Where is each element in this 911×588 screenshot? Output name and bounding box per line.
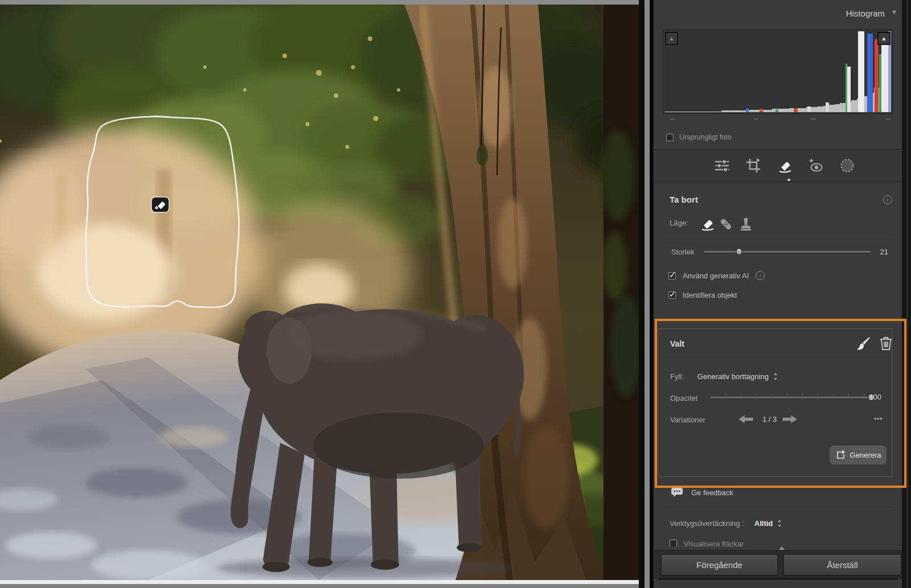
remove-panel-title: Ta bort bbox=[670, 195, 698, 204]
divider bbox=[662, 240, 892, 240]
histogram-tick bbox=[811, 118, 816, 120]
prev-variation-button[interactable] bbox=[738, 414, 753, 424]
original-photo-checkbox[interactable] bbox=[666, 134, 674, 141]
identify-objects-row[interactable]: Identifiera objekt bbox=[668, 291, 737, 299]
develop-buttons-bar: Föregående Återställ bbox=[654, 550, 902, 579]
histogram-header[interactable]: Histogram bbox=[654, 6, 902, 20]
use-generative-ai-checkbox[interactable] bbox=[668, 272, 676, 279]
generate-sparkle-icon bbox=[835, 450, 846, 460]
remove-eraser-icon[interactable] bbox=[776, 158, 793, 174]
histogram-tick bbox=[670, 118, 675, 120]
reset-button[interactable]: Återställ bbox=[783, 554, 901, 575]
visualize-spots-row[interactable]: Visualisera fläckar bbox=[670, 540, 744, 546]
highlight-clipping-icon: ▲ bbox=[881, 36, 887, 42]
histogram-tick bbox=[885, 118, 891, 120]
mode-label: Läge: bbox=[670, 219, 688, 227]
masking-icon[interactable] bbox=[839, 158, 856, 174]
size-slider-track[interactable] bbox=[704, 251, 871, 253]
generate-button[interactable]: Generera bbox=[830, 446, 887, 464]
previous-button[interactable]: Föregående bbox=[661, 554, 778, 575]
opacity-slider-track[interactable] bbox=[710, 397, 871, 398]
previous-button-label: Föregående bbox=[696, 560, 742, 570]
identify-objects-label: Identifiera objekt bbox=[683, 291, 737, 299]
canvas-bottom-gray-strip bbox=[0, 584, 639, 588]
red-eye-icon[interactable] bbox=[807, 158, 824, 174]
original-photo-label: Ursprungligt foto bbox=[679, 133, 732, 141]
feedback-bubble-icon bbox=[671, 487, 683, 497]
tool-strip bbox=[654, 149, 902, 182]
canvas-bottom-white-strip bbox=[0, 580, 639, 584]
identify-objects-checkbox[interactable] bbox=[668, 291, 676, 299]
photo-canvas[interactable] bbox=[0, 5, 639, 580]
opacity-row: Opacitet bbox=[670, 394, 697, 402]
panel-gap bbox=[639, 0, 645, 588]
generative-ai-info-icon[interactable]: i bbox=[756, 271, 765, 280]
histogram-chart bbox=[664, 31, 891, 112]
elephant-photo bbox=[0, 5, 639, 580]
tool-overlay-dropdown-icon[interactable] bbox=[777, 520, 782, 527]
size-value: 21 bbox=[880, 248, 888, 256]
selected-edit-panel: Valt Fyll: Generativ borttagning Op bbox=[658, 328, 892, 477]
panel-collapse-arrow[interactable] bbox=[779, 546, 785, 550]
mode-eraser-icon[interactable] bbox=[700, 216, 716, 231]
histogram-collapse-icon[interactable]: ▼ bbox=[891, 9, 897, 15]
use-generative-ai-row[interactable]: Använd generativ AI i bbox=[668, 271, 765, 280]
visualize-spots-label: Visualisera fläckar bbox=[684, 540, 744, 546]
original-photo-row[interactable]: Ursprungligt foto bbox=[666, 133, 732, 141]
generate-label: Generera bbox=[850, 451, 881, 459]
fill-value[interactable]: Generativ borttagning bbox=[697, 372, 769, 381]
reset-button-label: Återställ bbox=[827, 560, 857, 570]
remove-info-icon[interactable]: i bbox=[883, 195, 892, 204]
variations-value: 1 / 3 bbox=[762, 415, 777, 423]
shadow-clipping-toggle[interactable]: ▲ bbox=[665, 32, 678, 45]
histogram-tick bbox=[753, 118, 758, 120]
fill-label: Fyll: bbox=[670, 372, 684, 381]
next-panel-edge bbox=[659, 578, 898, 585]
develop-right-panel: Histogram ▼ ▲ ▲ Ursprungligt foto bbox=[654, 0, 902, 588]
eraser-cursor-badge bbox=[151, 197, 169, 212]
active-tool-marker bbox=[787, 179, 790, 181]
window-right-edge bbox=[902, 0, 911, 588]
opacity-slider-ticks bbox=[710, 393, 871, 396]
opacity-label: Opacitet bbox=[670, 394, 697, 402]
lightroom-develop-window: Histogram ▼ ▲ ▲ Ursprungligt foto bbox=[0, 0, 911, 588]
brush-icon[interactable] bbox=[856, 336, 871, 351]
trash-icon[interactable] bbox=[879, 336, 893, 351]
canvas-top-strip bbox=[0, 0, 639, 5]
size-label: Storlek bbox=[671, 248, 694, 256]
size-slider[interactable] bbox=[704, 248, 871, 256]
histogram-title: Histogram bbox=[846, 9, 885, 18]
divider bbox=[665, 359, 886, 359]
tool-overlay-row: Verktygsövertäckning : Alltid bbox=[670, 519, 782, 528]
crop-icon[interactable] bbox=[745, 158, 762, 174]
feedback-button[interactable]: Ge feedback bbox=[671, 487, 733, 497]
adjustments-icon[interactable] bbox=[713, 158, 731, 174]
shadow-clipping-icon: ▲ bbox=[669, 36, 675, 42]
fill-dropdown-icon[interactable] bbox=[773, 373, 778, 380]
panel-gap-inner bbox=[650, 0, 654, 588]
mode-row: Läge: bbox=[670, 219, 688, 227]
variations-label: Variationer bbox=[670, 416, 705, 424]
visualize-spots-checkbox[interactable] bbox=[670, 540, 677, 546]
next-variation-button[interactable] bbox=[782, 414, 797, 424]
highlight-clipping-toggle[interactable]: ▲ bbox=[877, 32, 891, 45]
panel-divider-strip[interactable] bbox=[645, 0, 650, 588]
mode-heal-icon[interactable] bbox=[718, 217, 734, 232]
tool-overlay-value[interactable]: Alltid bbox=[754, 519, 773, 528]
use-generative-ai-label: Använd generativ AI bbox=[683, 272, 749, 280]
selected-title: Valt bbox=[670, 339, 684, 348]
mode-clone-icon[interactable] bbox=[738, 217, 753, 232]
variations-more-icon[interactable]: ••• bbox=[874, 415, 883, 422]
tool-overlay-label: Verktygsövertäckning : bbox=[670, 519, 744, 528]
size-slider-thumb[interactable] bbox=[736, 248, 742, 255]
feedback-label: Ge feedback bbox=[691, 488, 733, 497]
opacity-value: 100 bbox=[869, 393, 881, 401]
histogram-panel[interactable]: ▲ ▲ bbox=[663, 30, 893, 114]
opacity-slider[interactable] bbox=[710, 393, 871, 401]
fill-row: Fyll: Generativ borttagning bbox=[670, 372, 887, 381]
divider bbox=[662, 508, 892, 508]
variations-row: Variationer bbox=[670, 416, 705, 424]
